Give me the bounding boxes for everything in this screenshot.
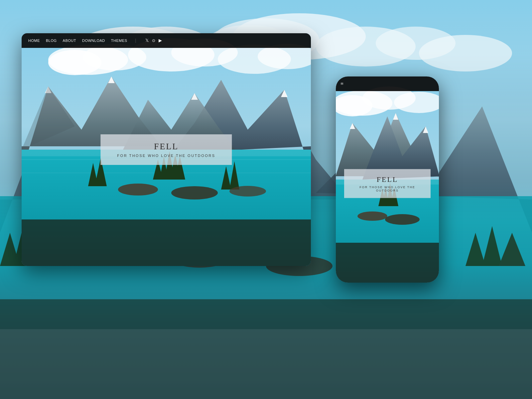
- mobile-navbar: ≡: [336, 76, 439, 91]
- instagram-icon[interactable]: ⊙: [152, 38, 155, 43]
- youtube-icon[interactable]: ▶: [159, 38, 162, 43]
- desktop-hero-box: FELL FOR THOSE WHO LOVE THE OUTDOORS: [100, 134, 232, 165]
- svg-point-80: [357, 211, 387, 221]
- svg-point-81: [385, 214, 420, 225]
- nav-item-download[interactable]: DOWNLOAD: [82, 39, 105, 43]
- svg-rect-63: [22, 219, 311, 266]
- nav-divider: |: [135, 38, 136, 43]
- svg-point-60: [118, 184, 158, 196]
- mobile-hero-subtitle: FOR THOSE WHO LOVE THE OUTDOORS: [352, 186, 423, 192]
- desktop-hero-title: FELL: [117, 142, 215, 152]
- nav-item-themes[interactable]: THEMES: [111, 39, 127, 43]
- mobile-hero-box: FELL FOR THOSE WHO LOVE THE OUTDOORS: [344, 169, 431, 198]
- nav-item-about[interactable]: ABOUT: [63, 39, 76, 43]
- twitter-icon[interactable]: 𝕏: [145, 38, 149, 43]
- nav-item-home[interactable]: HOME: [28, 39, 40, 43]
- svg-rect-82: [336, 243, 439, 283]
- svg-point-9: [419, 35, 512, 71]
- desktop-hero-subtitle: FOR THOSE WHO LOVE THE OUTDOORS: [117, 154, 215, 158]
- svg-point-61: [171, 186, 218, 200]
- mobile-hero-title: FELL: [352, 175, 423, 184]
- svg-point-62: [229, 186, 266, 197]
- desktop-navbar: HOME BLOG ABOUT DOWNLOAD THEMES | 𝕏 ⊙ ▶: [22, 33, 311, 48]
- svg-rect-30: [0, 299, 532, 399]
- desktop-mockup: HOME BLOG ABOUT DOWNLOAD THEMES | 𝕏 ⊙ ▶ …: [22, 33, 311, 266]
- hamburger-icon[interactable]: ≡: [340, 81, 343, 86]
- mobile-mockup: ≡ FELL FOR THOSE WHO LOVE THE OUTDOORS: [336, 76, 439, 283]
- nav-social-icons: 𝕏 ⊙ ▶: [145, 38, 162, 43]
- nav-item-blog[interactable]: BLOG: [46, 39, 57, 43]
- desktop-nav-items: HOME BLOG ABOUT DOWNLOAD THEMES | 𝕏 ⊙ ▶: [28, 38, 162, 43]
